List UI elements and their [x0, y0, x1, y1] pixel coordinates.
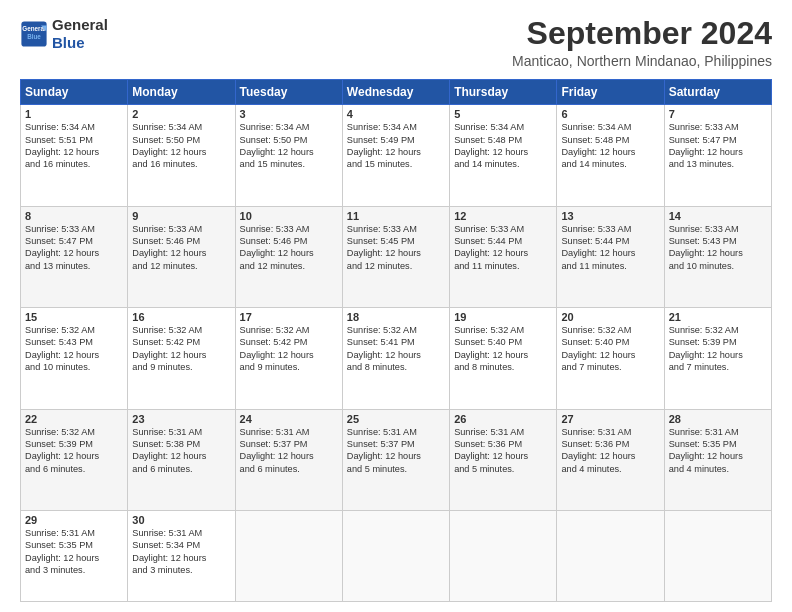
- cell-content: Sunrise: 5:32 AMSunset: 5:40 PMDaylight:…: [454, 324, 552, 374]
- cell-content: Sunrise: 5:32 AMSunset: 5:41 PMDaylight:…: [347, 324, 445, 374]
- header-row: Sunday Monday Tuesday Wednesday Thursday…: [21, 80, 772, 105]
- table-row: 17Sunrise: 5:32 AMSunset: 5:42 PMDayligh…: [235, 308, 342, 409]
- table-row: 24Sunrise: 5:31 AMSunset: 5:37 PMDayligh…: [235, 409, 342, 510]
- table-row: 12Sunrise: 5:33 AMSunset: 5:44 PMDayligh…: [450, 206, 557, 307]
- table-row: 19Sunrise: 5:32 AMSunset: 5:40 PMDayligh…: [450, 308, 557, 409]
- day-number: 26: [454, 413, 552, 425]
- table-row: 9Sunrise: 5:33 AMSunset: 5:46 PMDaylight…: [128, 206, 235, 307]
- table-row: 2Sunrise: 5:34 AMSunset: 5:50 PMDaylight…: [128, 105, 235, 206]
- day-number: 11: [347, 210, 445, 222]
- cell-content: Sunrise: 5:32 AMSunset: 5:40 PMDaylight:…: [561, 324, 659, 374]
- table-row: 7Sunrise: 5:33 AMSunset: 5:47 PMDaylight…: [664, 105, 771, 206]
- calendar: Sunday Monday Tuesday Wednesday Thursday…: [20, 79, 772, 602]
- day-number: 24: [240, 413, 338, 425]
- table-row: 28Sunrise: 5:31 AMSunset: 5:35 PMDayligh…: [664, 409, 771, 510]
- day-number: 16: [132, 311, 230, 323]
- cell-content: Sunrise: 5:32 AMSunset: 5:42 PMDaylight:…: [240, 324, 338, 374]
- day-number: 19: [454, 311, 552, 323]
- table-row: [557, 510, 664, 601]
- cell-content: Sunrise: 5:31 AMSunset: 5:36 PMDaylight:…: [561, 426, 659, 476]
- table-row: 23Sunrise: 5:31 AMSunset: 5:38 PMDayligh…: [128, 409, 235, 510]
- svg-text:Blue: Blue: [27, 33, 41, 40]
- day-number: 5: [454, 108, 552, 120]
- col-monday: Monday: [128, 80, 235, 105]
- logo-text-general: General: [52, 16, 108, 34]
- cell-content: Sunrise: 5:32 AMSunset: 5:43 PMDaylight:…: [25, 324, 123, 374]
- header: General Blue General Blue September 2024…: [20, 16, 772, 69]
- table-row: 10Sunrise: 5:33 AMSunset: 5:46 PMDayligh…: [235, 206, 342, 307]
- cell-content: Sunrise: 5:33 AMSunset: 5:46 PMDaylight:…: [132, 223, 230, 273]
- table-row: 3Sunrise: 5:34 AMSunset: 5:50 PMDaylight…: [235, 105, 342, 206]
- day-number: 20: [561, 311, 659, 323]
- cell-content: Sunrise: 5:34 AMSunset: 5:48 PMDaylight:…: [454, 121, 552, 171]
- cell-content: Sunrise: 5:31 AMSunset: 5:37 PMDaylight:…: [347, 426, 445, 476]
- cell-content: Sunrise: 5:32 AMSunset: 5:39 PMDaylight:…: [25, 426, 123, 476]
- cell-content: Sunrise: 5:33 AMSunset: 5:44 PMDaylight:…: [561, 223, 659, 273]
- col-wednesday: Wednesday: [342, 80, 449, 105]
- cell-content: Sunrise: 5:33 AMSunset: 5:47 PMDaylight:…: [25, 223, 123, 273]
- table-row: 27Sunrise: 5:31 AMSunset: 5:36 PMDayligh…: [557, 409, 664, 510]
- cell-content: Sunrise: 5:33 AMSunset: 5:47 PMDaylight:…: [669, 121, 767, 171]
- cell-content: Sunrise: 5:31 AMSunset: 5:38 PMDaylight:…: [132, 426, 230, 476]
- title-block: September 2024 Manticao, Northern Mindan…: [512, 16, 772, 69]
- table-row: 21Sunrise: 5:32 AMSunset: 5:39 PMDayligh…: [664, 308, 771, 409]
- col-friday: Friday: [557, 80, 664, 105]
- table-row: 22Sunrise: 5:32 AMSunset: 5:39 PMDayligh…: [21, 409, 128, 510]
- day-number: 27: [561, 413, 659, 425]
- cell-content: Sunrise: 5:32 AMSunset: 5:39 PMDaylight:…: [669, 324, 767, 374]
- day-number: 14: [669, 210, 767, 222]
- col-saturday: Saturday: [664, 80, 771, 105]
- cell-content: Sunrise: 5:33 AMSunset: 5:46 PMDaylight:…: [240, 223, 338, 273]
- day-number: 8: [25, 210, 123, 222]
- day-number: 25: [347, 413, 445, 425]
- table-row: 8Sunrise: 5:33 AMSunset: 5:47 PMDaylight…: [21, 206, 128, 307]
- cell-content: Sunrise: 5:32 AMSunset: 5:42 PMDaylight:…: [132, 324, 230, 374]
- day-number: 3: [240, 108, 338, 120]
- cell-content: Sunrise: 5:33 AMSunset: 5:43 PMDaylight:…: [669, 223, 767, 273]
- day-number: 2: [132, 108, 230, 120]
- table-row: 6Sunrise: 5:34 AMSunset: 5:48 PMDaylight…: [557, 105, 664, 206]
- day-number: 10: [240, 210, 338, 222]
- table-row: 5Sunrise: 5:34 AMSunset: 5:48 PMDaylight…: [450, 105, 557, 206]
- table-row: 18Sunrise: 5:32 AMSunset: 5:41 PMDayligh…: [342, 308, 449, 409]
- col-sunday: Sunday: [21, 80, 128, 105]
- cell-content: Sunrise: 5:33 AMSunset: 5:45 PMDaylight:…: [347, 223, 445, 273]
- logo-icon: General Blue: [20, 20, 48, 48]
- day-number: 29: [25, 514, 123, 526]
- table-row: 1Sunrise: 5:34 AMSunset: 5:51 PMDaylight…: [21, 105, 128, 206]
- day-number: 13: [561, 210, 659, 222]
- cell-content: Sunrise: 5:31 AMSunset: 5:35 PMDaylight:…: [669, 426, 767, 476]
- day-number: 28: [669, 413, 767, 425]
- cell-content: Sunrise: 5:31 AMSunset: 5:36 PMDaylight:…: [454, 426, 552, 476]
- table-row: 25Sunrise: 5:31 AMSunset: 5:37 PMDayligh…: [342, 409, 449, 510]
- day-number: 23: [132, 413, 230, 425]
- table-row: 13Sunrise: 5:33 AMSunset: 5:44 PMDayligh…: [557, 206, 664, 307]
- main-title: September 2024: [512, 16, 772, 51]
- table-row: 20Sunrise: 5:32 AMSunset: 5:40 PMDayligh…: [557, 308, 664, 409]
- cell-content: Sunrise: 5:34 AMSunset: 5:49 PMDaylight:…: [347, 121, 445, 171]
- cell-content: Sunrise: 5:33 AMSunset: 5:44 PMDaylight:…: [454, 223, 552, 273]
- logo-text-blue: Blue: [52, 34, 108, 52]
- table-row: [664, 510, 771, 601]
- col-thursday: Thursday: [450, 80, 557, 105]
- cell-content: Sunrise: 5:34 AMSunset: 5:50 PMDaylight:…: [240, 121, 338, 171]
- day-number: 6: [561, 108, 659, 120]
- cell-content: Sunrise: 5:34 AMSunset: 5:48 PMDaylight:…: [561, 121, 659, 171]
- day-number: 9: [132, 210, 230, 222]
- day-number: 7: [669, 108, 767, 120]
- table-row: 15Sunrise: 5:32 AMSunset: 5:43 PMDayligh…: [21, 308, 128, 409]
- table-row: 4Sunrise: 5:34 AMSunset: 5:49 PMDaylight…: [342, 105, 449, 206]
- day-number: 22: [25, 413, 123, 425]
- day-number: 12: [454, 210, 552, 222]
- day-number: 30: [132, 514, 230, 526]
- day-number: 17: [240, 311, 338, 323]
- day-number: 1: [25, 108, 123, 120]
- cell-content: Sunrise: 5:34 AMSunset: 5:51 PMDaylight:…: [25, 121, 123, 171]
- cell-content: Sunrise: 5:34 AMSunset: 5:50 PMDaylight:…: [132, 121, 230, 171]
- table-row: 14Sunrise: 5:33 AMSunset: 5:43 PMDayligh…: [664, 206, 771, 307]
- table-row: 30Sunrise: 5:31 AMSunset: 5:34 PMDayligh…: [128, 510, 235, 601]
- table-row: 29Sunrise: 5:31 AMSunset: 5:35 PMDayligh…: [21, 510, 128, 601]
- day-number: 18: [347, 311, 445, 323]
- col-tuesday: Tuesday: [235, 80, 342, 105]
- table-row: [450, 510, 557, 601]
